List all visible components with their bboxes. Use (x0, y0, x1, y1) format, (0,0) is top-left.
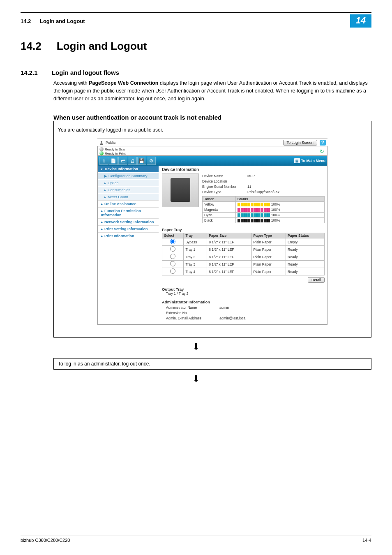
wc-body: Device Information Configuration Summary… (97, 166, 327, 324)
sidebar-item-online-assistance[interactable]: Online Assistance (98, 200, 159, 207)
paper-type: Plain Paper (251, 261, 286, 268)
paper-status: Ready (286, 268, 325, 275)
toner-status: 100% (235, 218, 324, 223)
page-footer: bizhub C360/C280/C220 14-4 (21, 536, 371, 543)
paper-status: Ready (286, 261, 325, 268)
login-screen-button[interactable]: To Login Screen (283, 140, 317, 146)
sidebar-item-device-information[interactable]: Device Information (98, 166, 159, 172)
h1-title: Login and Logout (57, 40, 147, 52)
screenshot-frame-1: You are automatically logged in as a pub… (53, 121, 371, 337)
sidebar-item-consumables[interactable]: Consumables (98, 186, 159, 193)
toner-row: Black100% (203, 218, 325, 223)
sidebar-item-network-setting[interactable]: Network Setting Information (98, 218, 159, 225)
toner-name: Yellow (203, 202, 236, 207)
nav-icon-box[interactable]: 🗃 (118, 157, 127, 165)
print-status-text: Ready to Print (105, 152, 126, 155)
toner-header-status: Status (235, 197, 324, 202)
h2-number: 14.2.1 (21, 69, 38, 76)
wc-status-bar: Ready to Scan Ready to Print ↻ (97, 146, 327, 156)
paper-type: Plain Paper (251, 238, 286, 246)
top-rule (21, 12, 371, 13)
running-header: 14.2 Login and Logout 14 (21, 14, 371, 28)
serial-value: 11 (247, 184, 251, 190)
nav-icon-custom[interactable]: ⚙ (147, 157, 156, 165)
output-tray-section: Output Tray Tray 1 / Tray 2 (162, 287, 325, 296)
toner-name: Cyan (203, 213, 236, 218)
paper-size: 8 1/2" x 11" LEF (207, 238, 251, 246)
h2-title: Login and logout flows (52, 69, 119, 76)
toner-status: 100% (235, 213, 324, 218)
user-icon (99, 140, 104, 145)
extension-label: Extension No. (166, 310, 219, 316)
device-type-label: Device Type (202, 190, 247, 195)
sidebar-item-option[interactable]: Option (98, 179, 159, 186)
refresh-icon[interactable]: ↻ (320, 148, 324, 155)
device-image (162, 173, 199, 207)
arrow-down-icon: ⬇ (0, 342, 392, 352)
intro-paragraph: Accessing with PageScope Web Connection … (53, 79, 371, 102)
device-name-value: MFP (247, 173, 255, 179)
paper-th-tray: Tray (184, 233, 207, 238)
wc-user-label: Public (106, 141, 283, 145)
to-main-menu-link[interactable]: ▤ To Main Menu (294, 158, 325, 163)
serial-label: Engine Serial Number (202, 184, 247, 190)
device-name-label: Device Name (202, 173, 247, 179)
main-menu-icon: ▤ (294, 158, 300, 163)
help-icon[interactable]: ? (320, 140, 326, 146)
admin-email-value: admin@test.local (219, 316, 246, 321)
toner-name: Black (203, 218, 236, 223)
device-location-label: Device Location (202, 179, 247, 184)
tray-select-radio[interactable] (170, 268, 175, 274)
admin-name-label: Administrator Name (166, 305, 219, 310)
main-title: Device Information (162, 167, 325, 172)
sidebar-item-configuration-summary[interactable]: Configuration Summary (98, 172, 159, 179)
section-heading-14-2: 14.2 Login and Logout (21, 40, 371, 53)
nav-icon-info[interactable]: ℹ (99, 157, 108, 165)
scenario-heading: When user authentication or account trac… (53, 114, 392, 121)
paper-th-type: Paper Type (251, 233, 286, 238)
print-status-icon (99, 151, 104, 155)
sidebar-item-function-permission[interactable]: Function Permission Information (98, 207, 159, 218)
nav-icon-job[interactable]: 📄 (109, 157, 118, 165)
sidebar-item-print-information[interactable]: Print Information (98, 232, 159, 239)
wc-icon-bar: ℹ 📄 🗃 🖨 💾 ⚙ ▤ To Main Menu (97, 156, 327, 166)
tray-name: Tray 2 (184, 253, 207, 261)
detail-button[interactable]: Detail (308, 277, 325, 283)
paper-size: 8 1/2" x 11" LEF (207, 253, 251, 261)
paper-type: Plain Paper (251, 246, 286, 253)
paper-size: 8 1/2" x 11" LEF (207, 268, 251, 275)
device-type-value: Print/Copy/Scan/Fax (247, 190, 279, 195)
paper-tray-row: Bypass8 1/2" x 11" LEFPlain PaperEmpty (162, 238, 325, 246)
tray-name: Tray 1 (184, 246, 207, 253)
tray-name: Bypass (184, 238, 207, 246)
svg-point-0 (101, 141, 102, 143)
toner-name: Magenta (203, 207, 236, 213)
tray-select-radio[interactable] (170, 239, 175, 244)
tray-name: Tray 4 (184, 268, 207, 275)
nav-icon-store[interactable]: 💾 (137, 157, 146, 165)
admin-info-heading: Administrator Information (162, 300, 325, 304)
chapter-badge: 14 (350, 14, 371, 28)
scan-status-text: Ready to Scan (105, 148, 126, 151)
sidebar-item-meter-count[interactable]: Meter Count (98, 193, 159, 200)
tray-select-radio[interactable] (170, 254, 175, 259)
arrow-down-icon: ⬇ (0, 374, 392, 384)
paper-status: Ready (286, 246, 325, 253)
tray-select-radio[interactable] (170, 261, 175, 266)
sidebar-item-print-setting[interactable]: Print Setting Information (98, 225, 159, 232)
paper-size: 8 1/2" x 11" LEF (207, 261, 251, 268)
header-section-title: Login and Logout (40, 18, 85, 24)
tray-select-radio[interactable] (170, 246, 175, 252)
paper-tray-row: Tray 48 1/2" x 11" LEFPlain PaperReady (162, 268, 325, 275)
admin-email-label: Admin. E-mail Address (166, 316, 219, 321)
to-main-menu-label: To Main Menu (301, 159, 325, 163)
header-section-number: 14.2 (21, 18, 31, 24)
caption-2: To log in as an administrator, log out o… (53, 358, 371, 370)
paper-th-size: Paper Size (207, 233, 251, 238)
paper-tray-row: Tray 18 1/2" x 11" LEFPlain PaperReady (162, 246, 325, 253)
paper-tray-heading: Paper Tray (162, 227, 325, 232)
nav-icon-print[interactable]: 🖨 (128, 157, 137, 165)
toner-header-toner: Toner (203, 197, 236, 202)
wc-sidebar: Device Information Configuration Summary… (98, 166, 159, 324)
paper-type: Plain Paper (251, 253, 286, 261)
